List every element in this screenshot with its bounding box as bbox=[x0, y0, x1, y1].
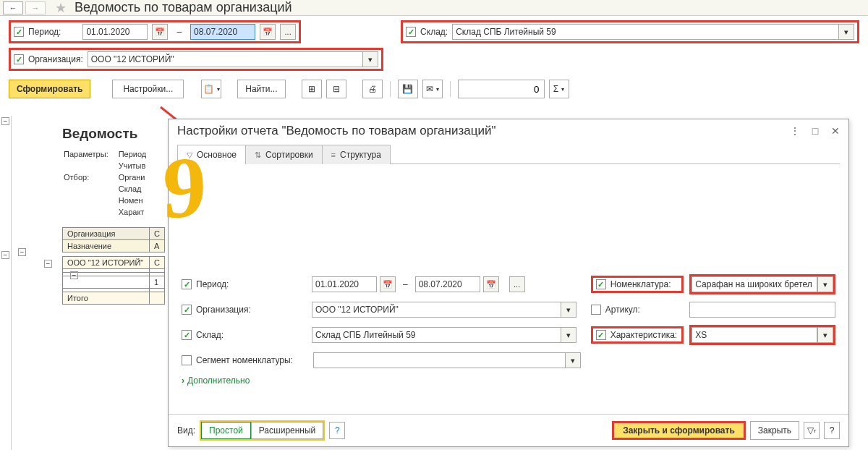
report-params: Параметры:Период Учитыв Отбор:Органи Скл… bbox=[62, 148, 156, 218]
art-input[interactable] bbox=[689, 302, 835, 318]
help-button[interactable]: ? bbox=[329, 422, 345, 439]
char-label: Характеристика: bbox=[610, 330, 678, 340]
outline-gutter: − − bbox=[0, 116, 12, 450]
copy-button[interactable]: 📋▾ bbox=[201, 80, 221, 98]
dlg-period-label: Период: bbox=[196, 279, 229, 289]
calendar-icon[interactable]: 📅 bbox=[380, 276, 396, 292]
dlg-period-from[interactable]: 01.01.2020 bbox=[312, 276, 377, 292]
dlg-org-label: Организация: bbox=[196, 305, 251, 315]
period-label: Период: bbox=[28, 27, 61, 37]
dlg-wh-checkbox[interactable] bbox=[182, 330, 192, 340]
dropdown-icon[interactable]: ▾ bbox=[817, 327, 833, 343]
warehouse-label: Склад: bbox=[420, 27, 448, 37]
view-label: Вид: bbox=[177, 425, 195, 436]
art-checkbox[interactable] bbox=[591, 305, 601, 315]
dlg-org-checkbox[interactable] bbox=[182, 305, 192, 315]
char-input[interactable]: XS bbox=[692, 327, 817, 343]
dropdown-icon[interactable]: ▾ bbox=[565, 352, 581, 368]
dlg-org-input[interactable]: ООО "12 ИСТОРИЙ" bbox=[312, 302, 561, 318]
dlg-period-more[interactable]: ... bbox=[509, 276, 525, 292]
period-to-input[interactable]: 08.07.2020 bbox=[190, 24, 255, 40]
nomen-label: Номенклатура: bbox=[610, 279, 671, 289]
save-button[interactable]: 💾 bbox=[398, 80, 418, 98]
settings-dialog: Настройки отчета "Ведомость по товарам о… bbox=[168, 119, 849, 447]
page-title: Ведомость по товарам организаций bbox=[75, 0, 292, 15]
help2-button[interactable]: ? bbox=[824, 422, 840, 439]
nomen-checkbox[interactable] bbox=[596, 279, 606, 289]
dropdown-icon[interactable]: ▾ bbox=[362, 51, 378, 67]
calendar-icon[interactable]: 📅 bbox=[483, 276, 499, 292]
find-button[interactable]: Найти... bbox=[237, 80, 285, 98]
nav-back-button[interactable]: ← bbox=[3, 1, 23, 14]
nomen-input[interactable]: Сарафан на широких бретел bbox=[692, 276, 817, 292]
report-tree: − − − bbox=[17, 245, 95, 281]
period-checkbox[interactable] bbox=[14, 27, 24, 37]
mail-button[interactable]: ✉▾ bbox=[422, 80, 443, 98]
org-input[interactable]: ООО "12 ИСТОРИЙ" bbox=[88, 51, 362, 67]
expand-button[interactable]: ⊞ bbox=[302, 80, 322, 98]
view-adv-button[interactable]: Расширенный bbox=[251, 422, 324, 439]
dlg-wh-input[interactable]: Склад СПБ Литейный 59 bbox=[312, 327, 561, 343]
view-simple-button[interactable]: Простой bbox=[201, 422, 251, 439]
generate-button[interactable]: Сформировать bbox=[9, 80, 90, 98]
org-label: Организация: bbox=[28, 54, 83, 64]
sum-button[interactable]: Σ▾ bbox=[549, 80, 569, 98]
close-icon[interactable]: ✕ bbox=[828, 124, 843, 137]
warehouse-checkbox[interactable] bbox=[406, 27, 416, 37]
dlg-period-to[interactable]: 08.07.2020 bbox=[415, 276, 480, 292]
dlg-period-checkbox[interactable] bbox=[182, 279, 192, 289]
dropdown-icon[interactable]: ▾ bbox=[561, 302, 576, 318]
filter-reset-button[interactable]: ▽т bbox=[804, 422, 820, 439]
nav-fwd-button[interactable]: → bbox=[25, 1, 46, 14]
view-mode-toggle: Простой Расширенный bbox=[200, 420, 325, 441]
favorite-star-icon[interactable]: ★ bbox=[55, 0, 67, 16]
dropdown-icon[interactable]: ▾ bbox=[561, 327, 576, 343]
seg-input[interactable] bbox=[313, 352, 565, 368]
period-more-button[interactable]: ... bbox=[280, 24, 296, 40]
dropdown-icon[interactable]: ▾ bbox=[838, 24, 854, 40]
print-button[interactable]: 🖨 bbox=[362, 80, 383, 98]
close-generate-button[interactable]: Закрыть и сформировать bbox=[612, 421, 746, 440]
collapse-button[interactable]: ⊟ bbox=[326, 80, 346, 98]
outline-toggle[interactable]: − bbox=[1, 251, 9, 259]
settings-button[interactable]: Настройки... bbox=[112, 80, 184, 98]
number-input[interactable] bbox=[458, 80, 545, 98]
art-label: Артикул: bbox=[605, 305, 640, 315]
seg-checkbox[interactable] bbox=[182, 355, 192, 365]
org-checkbox[interactable] bbox=[14, 54, 24, 64]
dropdown-icon[interactable]: ▾ bbox=[817, 276, 833, 292]
close-button[interactable]: Закрыть bbox=[750, 421, 799, 440]
dlg-wh-label: Склад: bbox=[196, 330, 224, 340]
period-from-input[interactable]: 01.01.2020 bbox=[82, 24, 148, 40]
warehouse-input[interactable]: Склад СПБ Литейный 59 bbox=[452, 24, 838, 40]
calendar-icon[interactable]: 📅 bbox=[260, 24, 276, 40]
calendar-icon[interactable]: 📅 bbox=[152, 24, 168, 40]
more-link[interactable]: Дополнительно bbox=[182, 375, 835, 386]
char-checkbox[interactable] bbox=[596, 330, 606, 340]
seg-label: Сегмент номенклатуры: bbox=[196, 355, 293, 365]
outline-toggle[interactable]: − bbox=[1, 117, 9, 125]
